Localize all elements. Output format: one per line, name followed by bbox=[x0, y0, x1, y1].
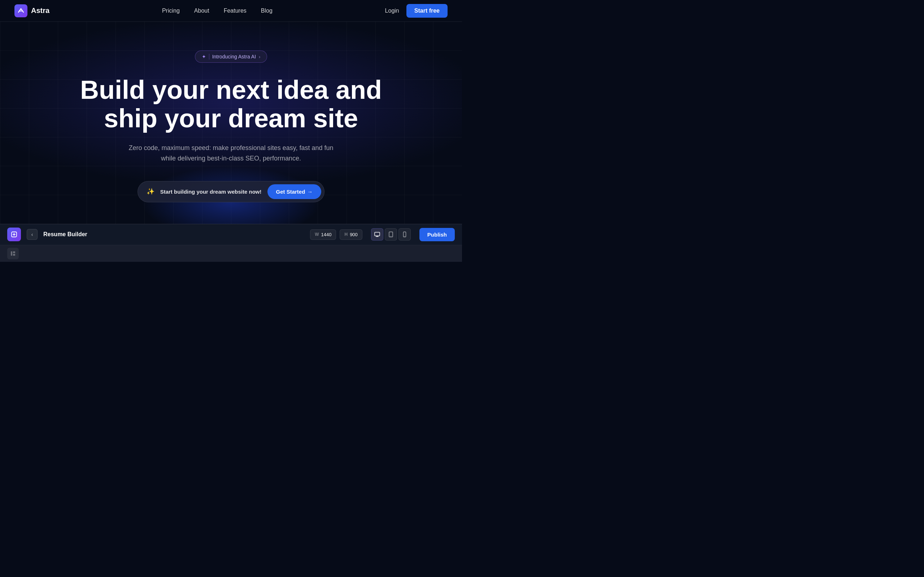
svg-rect-7 bbox=[13, 251, 15, 253]
builder-back-button[interactable]: ‹ bbox=[27, 229, 37, 240]
hero-section: ✦ Introducing Astra AI › Build your next… bbox=[0, 22, 462, 224]
hero-badge[interactable]: ✦ Introducing Astra AI › bbox=[195, 50, 267, 63]
svg-rect-8 bbox=[13, 254, 15, 256]
builder-sidebar-icon bbox=[7, 248, 19, 259]
hero-subtitle: Zero code, maximum speed: make professio… bbox=[123, 143, 339, 164]
hero-title-line2: ship your dream site bbox=[104, 104, 358, 133]
height-value: 900 bbox=[350, 232, 358, 237]
svg-rect-6 bbox=[11, 251, 12, 256]
get-started-button[interactable]: Get Started → bbox=[267, 184, 321, 199]
badge-sparkle-icon: ✦ bbox=[202, 54, 206, 60]
builder-dimensions: W 1440 H 900 bbox=[310, 229, 362, 240]
nav-links: Pricing About Features Blog bbox=[162, 8, 273, 14]
cta-sparkle-icon: ✨ bbox=[147, 187, 155, 195]
badge-chevron-icon: › bbox=[259, 54, 260, 60]
builder-content bbox=[0, 245, 462, 262]
login-button[interactable]: Login bbox=[385, 8, 399, 14]
hero-cta-bar: ✨ Start building your dream website now!… bbox=[137, 181, 325, 202]
navbar: Astra Pricing About Features Blog Login … bbox=[0, 0, 462, 22]
device-buttons bbox=[371, 228, 411, 240]
width-value: 1440 bbox=[321, 232, 332, 237]
width-field[interactable]: W 1440 bbox=[310, 229, 336, 240]
builder-title: Resume Builder bbox=[43, 231, 304, 238]
width-label: W bbox=[315, 232, 319, 237]
device-mobile-button[interactable] bbox=[399, 228, 411, 240]
nav-pricing[interactable]: Pricing bbox=[162, 8, 180, 14]
height-label: H bbox=[344, 232, 347, 237]
height-field[interactable]: H 900 bbox=[340, 229, 362, 240]
badge-divider bbox=[209, 54, 209, 60]
device-desktop-button[interactable] bbox=[371, 228, 383, 240]
get-started-label: Get Started bbox=[276, 189, 305, 195]
svg-point-3 bbox=[391, 236, 391, 237]
builder-app-icon bbox=[7, 227, 21, 241]
hero-title-line1: Build your next idea and bbox=[80, 76, 382, 104]
nav-about[interactable]: About bbox=[194, 8, 209, 14]
get-started-arrow-icon: → bbox=[307, 189, 313, 195]
brand-name: Astra bbox=[31, 6, 50, 15]
publish-button[interactable]: Publish bbox=[419, 228, 455, 241]
svg-point-5 bbox=[404, 236, 405, 237]
svg-rect-1 bbox=[375, 232, 380, 236]
back-chevron-icon: ‹ bbox=[31, 232, 33, 237]
nav-features[interactable]: Features bbox=[224, 8, 247, 14]
hero-cta-text: Start building your dream website now! bbox=[160, 189, 262, 195]
builder-panel: ‹ Resume Builder W 1440 H 900 bbox=[0, 224, 462, 262]
logo-icon bbox=[15, 4, 27, 17]
badge-text: Introducing Astra AI bbox=[212, 54, 256, 60]
nav-blog[interactable]: Blog bbox=[261, 8, 273, 14]
start-free-button[interactable]: Start free bbox=[406, 4, 447, 18]
hero-title: Build your next idea and ship your dream… bbox=[69, 76, 393, 133]
nav-right: Login Start free bbox=[385, 4, 447, 18]
device-tablet-button[interactable] bbox=[385, 228, 397, 240]
builder-toolbar: ‹ Resume Builder W 1440 H 900 bbox=[0, 224, 462, 245]
logo[interactable]: Astra bbox=[15, 4, 50, 17]
